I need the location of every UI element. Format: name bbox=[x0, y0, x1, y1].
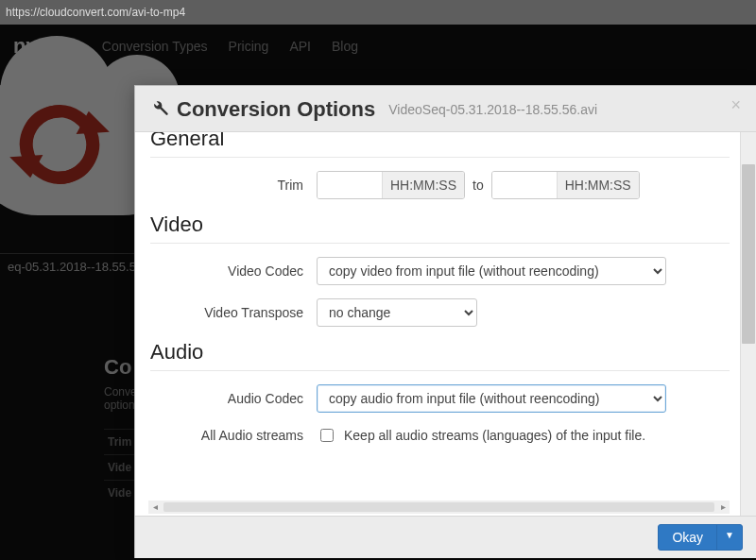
row-audio-codec: Audio Codec copy audio from input file (… bbox=[150, 384, 730, 413]
wrench-icon bbox=[150, 98, 169, 122]
okay-button[interactable]: Okay ▼ bbox=[658, 524, 743, 551]
modal-footer: Okay ▼ bbox=[135, 516, 756, 558]
trim-to: HH:MM:SS bbox=[491, 171, 640, 199]
divider bbox=[150, 370, 730, 371]
checkbox-all-audio[interactable] bbox=[320, 429, 334, 442]
horizontal-scrollbar[interactable]: ◂ ▸ bbox=[148, 501, 730, 514]
conversion-options-modal: Conversion Options VideoSeq-05.31.2018--… bbox=[134, 85, 756, 558]
modal-title: Conversion Options bbox=[177, 97, 375, 122]
select-video-codec[interactable]: copy video from input file (without reen… bbox=[317, 257, 666, 285]
modal-body: General Trim HH:MM:SS to HH:MM:SS Video bbox=[135, 132, 756, 516]
row-video-transpose: Video Transpose no change bbox=[150, 298, 730, 327]
trim-from-input[interactable] bbox=[318, 172, 382, 198]
browser-address-bar[interactable]: https://cloudconvert.com/avi-to-mp4 bbox=[0, 0, 756, 25]
okay-button-caret-icon[interactable]: ▼ bbox=[716, 525, 742, 550]
label-video-codec: Video Codec bbox=[150, 263, 317, 279]
okay-button-label: Okay bbox=[659, 525, 716, 550]
divider bbox=[150, 157, 730, 158]
section-general: General bbox=[150, 132, 730, 151]
modal-header: Conversion Options VideoSeq-05.31.2018--… bbox=[135, 86, 756, 132]
divider bbox=[150, 243, 730, 244]
close-icon[interactable]: × bbox=[730, 95, 741, 115]
label-video-transpose: Video Transpose bbox=[150, 305, 317, 320]
label-audio-codec: Audio Codec bbox=[150, 391, 317, 406]
row-trim: Trim HH:MM:SS to HH:MM:SS bbox=[150, 171, 730, 199]
label-all-audio: All Audio streams bbox=[150, 428, 317, 443]
row-all-audio: All Audio streams Keep all audio streams… bbox=[150, 426, 730, 445]
row-video-codec: Video Codec copy video from input file (… bbox=[150, 257, 730, 285]
url-text: https://cloudconvert.com/avi-to-mp4 bbox=[6, 6, 185, 19]
trim-from-hint: HH:MM:SS bbox=[382, 172, 464, 198]
hscroll-thumb[interactable] bbox=[163, 502, 714, 512]
hscroll-right-icon[interactable]: ▸ bbox=[716, 501, 730, 514]
trim-to-input[interactable] bbox=[492, 172, 557, 198]
select-video-transpose[interactable]: no change bbox=[317, 298, 477, 327]
select-audio-codec[interactable]: copy audio from input file (without reen… bbox=[317, 384, 666, 413]
trim-from: HH:MM:SS bbox=[317, 171, 465, 199]
text-keep-all-audio: Keep all audio streams (languages) of th… bbox=[344, 428, 645, 443]
section-audio: Audio bbox=[150, 340, 730, 365]
label-trim: Trim bbox=[150, 178, 317, 193]
trim-to-hint: HH:MM:SS bbox=[557, 172, 639, 198]
modal-filename: VideoSeq-05.31.2018--18.55.56.avi bbox=[388, 102, 597, 117]
label-to: to bbox=[472, 178, 484, 193]
section-video: Video bbox=[150, 212, 730, 237]
hscroll-left-icon[interactable]: ◂ bbox=[148, 501, 162, 514]
